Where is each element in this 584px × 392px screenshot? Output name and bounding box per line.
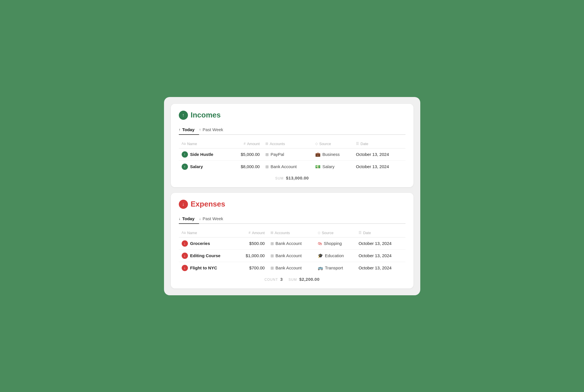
income-col-name-icon: Aa [182,142,186,146]
expense-row-0: ↓ Groceries $500.00 ⊞ Bank Account 🛍 [179,237,405,249]
income-col-accounts-icon: ⊞ [265,142,268,146]
income-tab-today-arrow: ↑ [179,127,181,132]
expense-row-0-date: October 13, 2024 [356,237,405,249]
income-tab-today[interactable]: ↑ Today [179,125,199,135]
income-tab-pastweek[interactable]: ↑ Past Week [199,125,228,135]
expense-row-0-source: 🛍 Shopping [315,237,356,249]
expense-row-1-amount: $1,000.00 [236,249,267,262]
income-col-accounts: ⊞ Accounts [263,139,312,148]
expense-row-2-source-icon: 🚌 [318,265,323,271]
expense-tab-pastweek[interactable]: ↓ Past Week [199,214,228,224]
expense-col-name-icon: Aa [182,231,186,235]
income-tab-today-label: Today [182,127,194,132]
income-col-date-icon: ☰ [356,142,359,146]
expense-col-date-label: Date [363,231,371,235]
expense-row-2-account-icon: ⊞ [271,266,274,270]
expense-row-1-source-icon: 🎓 [318,253,323,258]
expense-row-1-account-icon: ⊞ [271,253,274,258]
expense-tab-today-label: Today [182,216,194,221]
income-col-name: Aa Name [179,139,229,148]
expense-col-name: Aa Name [179,228,236,238]
income-row-0-date: October 13, 2024 [353,148,405,160]
expense-header-icon: ↓ [179,200,188,209]
income-row-0-account: ⊞ PayPal [263,148,312,160]
expenses-sum-value: $2,200.00 [299,277,319,282]
expense-row-1-source: 🎓 Education [315,249,356,262]
income-row-1-source: 💵 Salary [312,160,353,173]
expense-col-amount: # Amount [236,228,267,238]
expense-row-0-account: ⊞ Bank Account [268,237,315,249]
income-tab-pastweek-arrow: ↑ [199,127,201,132]
income-row-1-name: ↑ Salary [179,160,229,173]
expense-col-source: ◇ Source [315,228,356,238]
expense-row-0-account-icon: ⊞ [271,241,274,246]
expense-row-2: ↓ Flight to NYC $700.00 ⊞ Bank Account [179,262,405,274]
income-row-1-source-icon: 💵 [315,164,321,169]
income-col-name-label: Name [187,142,197,146]
expenses-title: Expenses [191,200,225,209]
income-col-source-label: Source [319,142,331,146]
expense-row-2-amount: $700.00 [236,262,267,274]
income-row-1-date: October 13, 2024 [353,160,405,173]
incomes-title: Incomes [191,111,221,119]
expense-row-0-icon: ↓ [182,240,188,247]
income-col-source: ◇ Source [312,139,353,148]
income-row-0-source: 💼 Business [312,148,353,160]
expense-row-0-source-icon: 🛍 [318,241,322,246]
expense-row-0-amount: $500.00 [236,237,267,249]
expense-col-accounts: ⊞ Accounts [268,228,315,238]
income-row-0-icon: ↑ [182,151,188,158]
expense-row-1-icon: ↓ [182,253,188,259]
expense-col-source-icon: ◇ [318,231,320,235]
income-col-source-icon: ◇ [315,142,318,146]
incomes-sum-label: SUM [275,176,284,180]
expense-row-2-date: October 13, 2024 [356,262,405,274]
incomes-table-header-row: Aa Name # Amount ⊞ Accounts [179,139,405,148]
expense-row-2-source: 🚌 Transport [315,262,356,274]
expense-tab-today[interactable]: ↓ Today [179,214,199,224]
expense-tab-pastweek-label: Past Week [203,216,223,221]
expenses-count-label: COUNT [265,278,278,282]
expenses-table-header-row: Aa Name # Amount ⊞ Accounts [179,228,405,238]
incomes-sum-value: $13,000.00 [286,176,309,180]
expense-col-source-label: Source [322,231,333,235]
income-col-amount-label: Amount [247,142,260,146]
expenses-table: Aa Name # Amount ⊞ Accounts [179,228,405,274]
income-header-icon: ↑ [179,111,188,120]
expense-row-2-icon: ↓ [182,265,188,271]
income-col-accounts-label: Accounts [270,142,285,146]
expense-col-name-label: Name [187,231,197,235]
expenses-count-value: 3 [280,277,283,282]
expense-col-amount-label: Amount [252,231,265,235]
expense-row-0-name: ↓ Groceries [179,237,236,249]
income-row-1-account-icon: ⊞ [265,164,269,169]
expenses-summary: COUNT 3 SUM $2,200.00 [179,274,405,282]
expense-row-2-account: ⊞ Bank Account [268,262,315,274]
expense-col-date-icon: ☰ [358,231,362,235]
income-row-0-amount: $5,000.00 [229,148,263,160]
incomes-header: ↑ Incomes [179,111,405,120]
expense-row-1: ↓ Editing Course $1,000.00 ⊞ Bank Accoun… [179,249,405,262]
income-row-0-name: ↑ Side Hustle [179,148,229,160]
income-col-amount-icon: # [244,142,246,146]
income-tab-pastweek-label: Past Week [203,127,223,132]
expense-tab-pastweek-arrow: ↓ [199,216,201,221]
expenses-sum-label: SUM [288,278,297,282]
expenses-header: ↓ Expenses [179,200,405,209]
expense-col-accounts-label: Accounts [275,231,290,235]
incomes-table: Aa Name # Amount ⊞ Accounts [179,139,405,173]
income-col-date-label: Date [360,142,368,146]
expense-col-accounts-icon: ⊞ [271,231,273,235]
expense-row-1-name: ↓ Editing Course [179,249,236,262]
expenses-tabs: ↓ Today ↓ Past Week [179,214,405,224]
expense-row-1-account: ⊞ Bank Account [268,249,315,262]
expenses-card: ↓ Expenses ↓ Today ↓ Past Week Aa Name [171,193,413,288]
income-col-amount: # Amount [229,139,263,148]
incomes-card: ↑ Incomes ↑ Today ↑ Past Week Aa Name [171,104,413,187]
income-row-1-icon: ↑ [182,164,188,170]
expense-col-amount-icon: # [249,231,251,235]
expense-col-date: ☰ Date [356,228,405,238]
income-row-0-source-icon: 💼 [315,152,321,157]
income-row-0: ↑ Side Hustle $5,000.00 ⊞ PayPal 💼 [179,148,405,160]
income-row-1: ↑ Salary $8,000.00 ⊞ Bank Account 💵 [179,160,405,173]
